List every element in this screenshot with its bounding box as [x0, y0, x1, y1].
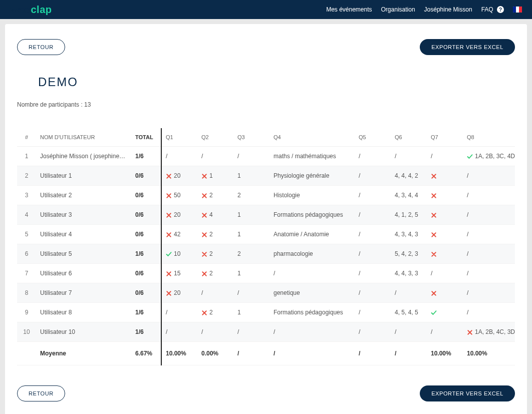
table-cell: /	[355, 225, 391, 244]
table-cell: /	[463, 186, 515, 205]
table-cell: /	[463, 264, 515, 283]
cell-index: 9	[17, 303, 36, 322]
wrong-icon	[201, 212, 207, 218]
table-cell: Formations pédagogiques	[270, 205, 355, 225]
cell-text: /	[237, 153, 239, 160]
table-cell: /	[355, 147, 391, 166]
table-cell: 1	[233, 264, 270, 283]
table-cell: /	[391, 283, 427, 303]
export-excel-button-top[interactable]: EXPORTER VERS EXCEL	[420, 39, 515, 55]
cell-username: Utilisateur 8	[36, 303, 131, 322]
table-cell	[427, 225, 463, 244]
table-cell: /	[355, 283, 391, 303]
cell-avg-q4: /	[270, 342, 355, 365]
cell-text: /	[166, 328, 167, 335]
brand-logo[interactable]: wooclap	[10, 4, 52, 16]
wrong-icon	[166, 212, 172, 218]
cell-avg-q6: /	[391, 342, 427, 365]
table-cell: /	[463, 303, 515, 322]
cell-text: 1	[237, 172, 241, 179]
cell-total: 0/6	[131, 186, 161, 205]
cell-username: Utilisateur 7	[36, 283, 131, 303]
table-cell	[427, 205, 463, 225]
cell-text: 2	[209, 192, 213, 199]
cell-username: Joséphine Misson ( josephine@wo	[36, 147, 131, 166]
hdr-q7: Q7	[427, 128, 463, 147]
table-cell: /	[270, 322, 355, 342]
table-cell: 4, 3, 4, 4	[391, 186, 427, 205]
cell-text: maths / mathématiques	[274, 153, 336, 160]
cell-text: 5, 4, 2, 3	[395, 250, 418, 257]
table-cell: /	[355, 264, 391, 283]
table-row: 5Utilisateur 40/64221Anatomie / Anatomie…	[17, 225, 515, 244]
cell-text: 2	[209, 231, 213, 238]
cell-text: /	[395, 289, 396, 296]
cell-text: /	[237, 289, 239, 296]
table-cell	[427, 303, 463, 322]
nav-faq-link[interactable]: FAQ ?	[481, 6, 504, 14]
table-cell	[427, 244, 463, 264]
participants-count: Nombre de participants : 13	[17, 101, 515, 108]
table-row: 10Utilisateur 101/6///////1A, 2B, 4C, 3D…	[17, 322, 515, 342]
cell-text: /	[467, 172, 468, 179]
table-cell: 42	[161, 225, 197, 244]
table-cell: 2	[233, 244, 270, 264]
cell-total: 0/6	[131, 283, 161, 303]
table-cell: pharmacologie	[270, 244, 355, 264]
brand-woo: woo	[10, 4, 31, 15]
back-button-top[interactable]: RETOUR	[17, 39, 65, 55]
cell-index	[17, 342, 36, 365]
cell-avg-q3: /	[233, 342, 270, 365]
cell-text: /	[274, 270, 275, 277]
cell-total: 0/6	[131, 225, 161, 244]
language-flag-fr-icon[interactable]	[513, 7, 522, 13]
table-cell: 4, 4, 3, 3	[391, 264, 427, 283]
hdr-index: #	[17, 128, 36, 147]
cell-avg-label: Moyenne	[36, 342, 131, 365]
table-cell: 4, 1, 2, 5	[391, 205, 427, 225]
cell-text: /	[201, 289, 203, 296]
nav-organisation-link[interactable]: Organisation	[381, 6, 415, 13]
cell-index: 2	[17, 166, 36, 186]
table-cell: 4, 5, 4, 5	[391, 303, 427, 322]
table-row: 8Utilisateur 70/620//genetique////	[17, 283, 515, 303]
cell-text: 2	[209, 250, 213, 257]
cell-text: /	[431, 153, 432, 160]
cell-text: /	[467, 309, 468, 316]
cell-text: 4, 5, 4, 5	[395, 309, 418, 316]
cell-text: 10	[174, 250, 180, 257]
back-button-bottom[interactable]: RETOUR	[17, 385, 65, 401]
cell-text: 4, 4, 3, 3	[395, 270, 418, 277]
cell-text: /	[359, 153, 360, 160]
cell-text: Formations pédagogiques	[274, 211, 343, 218]
table-cell: 4, 4, 4, 2	[391, 166, 427, 186]
export-excel-button-bottom[interactable]: EXPORTER VERS EXCEL	[420, 385, 515, 401]
cell-text: /	[467, 250, 468, 257]
cell-username: Utilisateur 3	[36, 205, 131, 225]
wrong-icon	[201, 271, 207, 277]
table-cell: /	[463, 166, 515, 186]
nav-events-link[interactable]: Mes événements	[326, 6, 372, 13]
cell-text: /	[166, 309, 167, 316]
wrong-icon	[201, 232, 207, 238]
table-cell: /	[463, 283, 515, 303]
table-cell: 2	[197, 303, 233, 322]
cell-text: 2	[209, 270, 213, 277]
cell-text: 1	[237, 231, 241, 238]
cell-index: 1	[17, 147, 36, 166]
cell-index: 8	[17, 283, 36, 303]
cell-total: 0/6	[131, 166, 161, 186]
nav-username-link[interactable]: Joséphine Misson	[424, 6, 472, 13]
cell-text: 1	[209, 172, 213, 179]
cell-text: /	[201, 153, 203, 160]
table-cell: /	[427, 322, 463, 342]
cell-total: 1/6	[131, 303, 161, 322]
table-cell: 20	[161, 283, 197, 303]
table-cell: Histologie	[270, 186, 355, 205]
table-cell: /	[355, 322, 391, 342]
cell-index: 3	[17, 186, 36, 205]
cell-text: 1	[237, 211, 241, 218]
cell-text: /	[359, 289, 360, 296]
results-table-wrap: # NOM D'UTILISATEUR TOTAL Q1 Q2 Q3 Q4 Q5…	[17, 128, 515, 365]
cell-text: /	[201, 328, 203, 335]
